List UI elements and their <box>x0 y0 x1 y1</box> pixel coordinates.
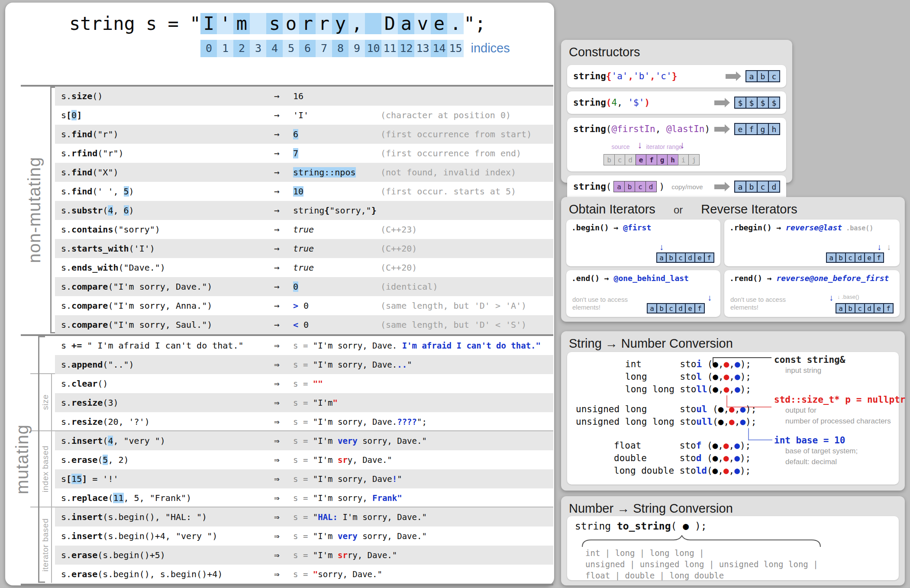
code-token: '$' <box>628 97 644 108</box>
function-suffix: f <box>696 440 702 451</box>
code-token: find <box>71 129 92 139</box>
code-token: very <box>338 531 358 541</box>
code-token: s. <box>61 531 71 541</box>
array-cell: a <box>656 252 667 263</box>
result-value: s = "I'm sry, Dave." <box>293 455 392 465</box>
or-label: or <box>674 204 683 216</box>
function-suffix: i <box>696 359 702 369</box>
code-token: ); <box>740 372 751 382</box>
code-token: compare <box>71 281 108 292</box>
code-token: replace <box>71 493 108 503</box>
constructor-expression: string(4, '$') <box>573 97 711 108</box>
code-token: , <box>735 417 740 427</box>
string-char <box>250 13 266 34</box>
code-token: ( <box>707 440 713 451</box>
constructors-panel: Constructors string{'a','b','c'}abcstrin… <box>561 40 792 183</box>
table-row: s[15] = '!'⇒s = "I'm sorry, Dave!" <box>55 469 553 488</box>
table-row: s.compare("I'm sorry, Anna.")→> 0(same l… <box>55 296 553 315</box>
arrow-row: ↓↓ <box>826 242 894 252</box>
string-char: r <box>316 13 332 34</box>
code-token: string::npos <box>293 167 356 178</box>
arrow-row: ↓ <box>656 242 714 252</box>
code-token: } <box>371 205 377 216</box>
code-token: → <box>600 274 614 283</box>
code-token: , <box>729 359 735 369</box>
result-value: s = "" <box>293 379 323 388</box>
index-cell: 11 <box>381 40 398 57</box>
index-cell: 1 <box>217 40 233 57</box>
iterators-title: Obtain Iterators or Reverse Iterators <box>561 197 905 217</box>
returns-arrow-icon: → <box>274 91 293 101</box>
code-token: find <box>71 186 92 197</box>
table-row: s.insert(4, "very ")⇒s = "I'm very sorry… <box>55 431 553 450</box>
code-token: .base() <box>842 224 873 232</box>
index-cells: 0123456789101112131415 <box>200 40 464 57</box>
conversion-function-group: int stoi (●,●,●);long stol (●,●,●);long … <box>625 358 751 396</box>
function-suffix: l <box>696 372 702 382</box>
string-declaration: string s = "I'm sorry, Dave."; <box>69 13 510 34</box>
becomes-arrow-icon: ⇒ <box>274 474 293 484</box>
code-token: resize <box>71 397 103 408</box>
conversion-function-line: float stof (●,●,●); <box>614 439 751 452</box>
result-array-cells: $$$$ <box>734 97 780 109</box>
code-token: "" <box>313 379 323 388</box>
code-token: ); <box>740 384 751 394</box>
array-cell: d <box>685 252 695 263</box>
declaration-prefix: string s = " <box>69 13 200 34</box>
spacing <box>702 359 707 369</box>
result-value: s = "I'm" <box>293 398 338 407</box>
table-bottom-rule <box>21 584 553 585</box>
constructors-title: Constructors <box>561 40 792 61</box>
parameter-annotation: int base = 10base of target system;defau… <box>774 435 858 467</box>
code-token: s. <box>61 436 71 446</box>
return-type-and-name: float sto <box>614 440 696 451</box>
result-value: 0 <box>293 281 381 292</box>
returns-arrow-icon: → <box>274 300 293 311</box>
code-token: 4 <box>108 436 113 446</box>
code-token: ( <box>707 453 713 463</box>
table-row: s.resize(20, '?')⇒s = "I'm sorry, Dave.?… <box>55 412 553 431</box>
string-char: e <box>431 13 447 34</box>
code-token: "I'm sorry, Dave. <box>313 341 402 350</box>
result-value: s = "I'm sorry, Dave.????"; <box>293 417 427 426</box>
return-type-and-name: unsigned long long sto <box>576 417 696 427</box>
result-comment: (character at position 0) <box>381 110 511 120</box>
code-token: ); <box>689 520 707 532</box>
code-token: → <box>762 274 777 283</box>
code-token: string <box>573 71 606 81</box>
string-char: s <box>266 13 283 34</box>
code-token: rfind <box>71 148 97 158</box>
code-token: ● <box>729 417 735 427</box>
result-value: s = "I'm very sorry, Dave." <box>293 436 427 446</box>
code-token: , <box>729 465 735 476</box>
code-token: () <box>97 378 108 389</box>
code-token: ● <box>734 453 740 463</box>
code-token: , <box>113 205 123 216</box>
non-mutating-label: non-mutating <box>25 157 44 263</box>
table-row: s.find("r")→6(first occurrence from star… <box>55 125 553 144</box>
code-token: → <box>609 223 623 232</box>
expression-code: s.find(' ', 5) <box>61 186 274 197</box>
range-cell: e <box>636 154 647 165</box>
expression-code: s.clear() <box>61 378 274 389</box>
iterator-card-rbegin: .rbegin() → reverse@last .base()↓↓abcdef… <box>724 220 900 266</box>
outside-range-cell: j <box>688 154 700 165</box>
code-token: ● <box>735 372 740 382</box>
spacing <box>701 440 707 451</box>
base-call-label: ↓ .base() <box>837 294 859 300</box>
source-range-cells: bcdefghij <box>603 154 700 165</box>
size-group-line <box>51 374 52 430</box>
code-token: ! <box>392 474 397 484</box>
code-token: s. <box>61 186 71 197</box>
array-cell: f <box>874 252 884 263</box>
returns-arrow-icon: → <box>274 110 293 120</box>
result-value: s = "sorry, Dave." <box>293 569 382 579</box>
string-char <box>365 13 381 34</box>
iterator-position-arrow-icon: ↓ <box>656 242 667 252</box>
code-token: insert <box>71 531 103 541</box>
code-token: "I'm <box>313 436 338 446</box>
code-token: ('I') <box>129 243 155 254</box>
code-token: Frank" <box>372 493 402 503</box>
code-token: ("sorry") <box>113 224 160 235</box>
code-token: .begin() <box>571 223 609 232</box>
